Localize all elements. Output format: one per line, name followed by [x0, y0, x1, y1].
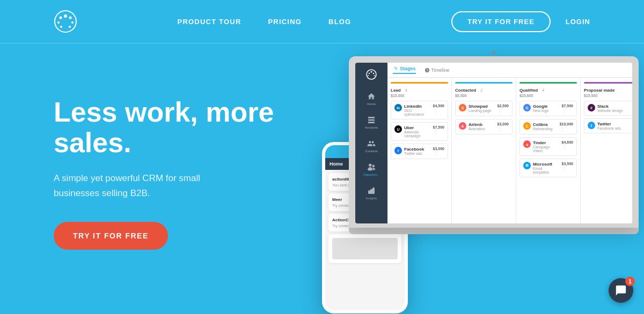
nav-right: TRY IT FOR FREE LOGIN: [451, 11, 590, 32]
deal-icon-linkedin: in: [394, 104, 402, 111]
deal-icon-microsoft: ⊞: [523, 162, 531, 169]
sidebar-contacts-icon[interactable]: Contacts: [364, 139, 379, 154]
crm-tab-stages[interactable]: Stages: [393, 66, 416, 74]
try-free-header-button[interactable]: TRY IT FOR FREE: [451, 11, 551, 32]
chat-icon: [615, 285, 627, 296]
laptop-base: [349, 228, 639, 234]
deal-icon-slack: #: [588, 104, 595, 111]
deal-icon-showpad: S: [459, 104, 466, 111]
main-nav: PRODUCT TOUR PRICING BLOG: [178, 18, 352, 26]
deal-slack: # Slack Website design ⋮: [584, 101, 632, 116]
deal-icon-tinder: 🔥: [523, 140, 531, 148]
svg-point-4: [60, 17, 62, 19]
sidebar-accounts-icon[interactable]: Accounts: [364, 116, 379, 131]
login-link[interactable]: LOGIN: [566, 18, 590, 26]
crm-col-contacted: Contacted 2 $5,500 S Showpad Landing pa: [452, 78, 516, 223]
deal-twitter: t Twitter Facebook ads ⋮: [584, 118, 632, 133]
laptop-mockup: Home Accounts Contacts: [349, 56, 644, 271]
laptop-camera: [492, 51, 495, 54]
hero-text: Less work, more sales. A simple yet powe…: [54, 76, 311, 313]
hero-headline: Less work, more sales.: [54, 97, 311, 158]
nav-pricing[interactable]: PRICING: [268, 18, 302, 26]
svg-point-5: [57, 21, 60, 24]
svg-point-11: [369, 73, 370, 74]
svg-point-0: [55, 11, 76, 32]
hero-section: Less work, more sales. A simple yet powe…: [0, 43, 644, 313]
crm-sidebar: Home Accounts Contacts: [355, 63, 387, 223]
svg-point-7: [69, 26, 71, 28]
crm-col-lead: Lead 3 $15,000 in LinkedIn SEO optimiza: [387, 78, 452, 223]
logo[interactable]: [54, 10, 77, 33]
deal-icon-facebook: f: [394, 147, 402, 154]
sidebar-home-icon[interactable]: Home: [364, 92, 379, 107]
try-free-hero-button[interactable]: TRY IT FOR FREE: [54, 222, 168, 250]
deal-icon-google: G: [523, 104, 531, 111]
crm-logo-icon: [366, 69, 377, 80]
chat-badge: 1: [625, 276, 635, 286]
sidebar-insights-icon[interactable]: Insights: [364, 186, 379, 201]
crm-col-proposal: Proposal made $15,500 # Slack Website de…: [581, 78, 632, 223]
deal-icon-uber: U: [394, 125, 402, 133]
svg-point-12: [368, 75, 369, 76]
header: PRODUCT TOUR PRICING BLOG TRY IT FOR FRE…: [0, 0, 644, 43]
crm-tab-bar: Stages Timeline: [387, 63, 632, 78]
deal-microsoft: ⊞ Microsoft Email templates $3,500 ⋮: [519, 159, 577, 177]
svg-point-10: [373, 73, 374, 74]
deal-tinder: 🔥 Tinder Campaign Video $4,600 ⋮: [519, 137, 577, 156]
phone-app-title: Home: [330, 161, 343, 167]
deal-colibra: C Colibra Rebranding $10,000 ⋮: [519, 119, 577, 134]
svg-point-9: [371, 71, 372, 73]
chat-button[interactable]: 1: [609, 278, 633, 303]
svg-point-1: [64, 14, 67, 18]
deal-google: G Google New logo $7,500 ⋮: [519, 101, 577, 116]
nav-blog[interactable]: BLOG: [328, 18, 351, 26]
deal-showpad: S Showpad Landing page $2,500 ⋮: [455, 101, 513, 116]
svg-point-13: [374, 75, 375, 76]
deal-linkedin: in LinkedIn SEO optimization $4,500 ⋮: [391, 101, 448, 119]
crm-main-content: Stages Timeline: [387, 63, 632, 223]
deal-icon-colibra: C: [523, 122, 531, 130]
deal-icon-airbnb: A: [459, 122, 466, 130]
sidebar-opportunities-icon[interactable]: Opportun...: [364, 163, 379, 178]
deal-facebook: f Facebook Twitter ads $3,000 ⋮: [391, 144, 448, 159]
crm-tab-timeline[interactable]: Timeline: [425, 68, 450, 73]
laptop-screen: Home Accounts Contacts: [355, 63, 632, 223]
crm-col-qualified: Qualified 4 $23,600 G Google New logo: [516, 78, 581, 223]
deal-icon-twitter: t: [588, 122, 595, 129]
svg-point-6: [60, 26, 62, 28]
crm-kanban-board: Lead 3 $15,000 in LinkedIn SEO optimiza: [387, 78, 632, 223]
svg-point-3: [71, 21, 74, 24]
nav-product-tour[interactable]: PRODUCT TOUR: [178, 18, 241, 26]
svg-point-2: [69, 17, 72, 19]
deal-airbnb: A Airbnb Animation $3,000 ⋮: [455, 119, 513, 134]
deal-uber: U Uber Adwords campaign $7,500 ⋮: [391, 122, 448, 141]
hero-subtext: A simple yet powerful CRM for small busi…: [54, 171, 236, 200]
devices-mockup: 9:41 Home actionIWO You sent an email to…: [317, 56, 644, 313]
